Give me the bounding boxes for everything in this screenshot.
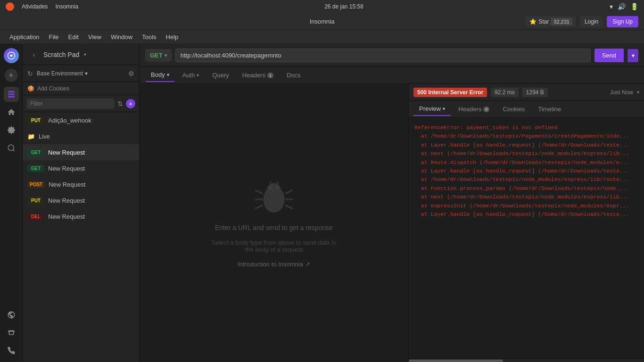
list-item-folder[interactable]: 📁 Live xyxy=(23,128,139,144)
request-name: New Request xyxy=(48,213,134,220)
content-area: Enter a URL and send to get a response S… xyxy=(140,84,644,362)
dock-requests[interactable] xyxy=(4,87,19,102)
response-content: ReferenceError: payment_token is not def… xyxy=(409,118,644,358)
dock-search[interactable] xyxy=(4,140,19,156)
window-title-bar: Insomnia xyxy=(55,3,78,10)
send-dropdown-button[interactable]: ▾ xyxy=(627,49,638,62)
dock-home[interactable] xyxy=(4,105,19,120)
star-button[interactable]: ⭐ Star 32,231 xyxy=(526,16,576,27)
resp-tab-timeline[interactable]: Timeline xyxy=(532,103,567,115)
cookie-icon: 🍪 xyxy=(27,85,34,92)
volume-icon: 🔊 xyxy=(618,3,626,10)
list-item[interactable]: POST New Request xyxy=(23,176,139,192)
workspace-name[interactable]: Scratch Pad xyxy=(43,51,79,58)
method-badge-put: PUT xyxy=(27,197,44,204)
response-dropdown-arrow[interactable]: ▾ xyxy=(637,90,639,95)
method-label: GET xyxy=(150,52,163,59)
menu-window[interactable]: Window xyxy=(107,32,136,42)
url-input[interactable] xyxy=(175,49,591,62)
svg-line-16 xyxy=(269,181,271,184)
menu-edit[interactable]: Edit xyxy=(65,32,83,42)
method-dropdown-arrow: ▾ xyxy=(165,53,167,58)
svg-line-11 xyxy=(285,190,293,194)
battery-icon: 🔋 xyxy=(630,3,638,10)
env-selector[interactable]: Base Environment ▾ xyxy=(37,70,124,77)
scrollbar-thumb[interactable] xyxy=(409,360,503,362)
resp-tab-headers[interactable]: Headers 8 xyxy=(453,103,495,115)
request-name: New Request xyxy=(48,165,134,172)
method-selector[interactable]: GET ▾ xyxy=(145,49,172,62)
headers-count-badge: 1 xyxy=(267,73,273,78)
resp-headers-count: 8 xyxy=(483,107,489,112)
menu-help[interactable]: Help xyxy=(162,32,182,42)
list-item[interactable]: GET New Request xyxy=(23,144,139,160)
resp-headers-label: Headers xyxy=(458,106,481,113)
system-bar-left: Atividades Insomnia xyxy=(6,2,78,11)
menu-file[interactable]: File xyxy=(45,32,63,42)
add-collection-button[interactable]: + xyxy=(5,69,18,82)
menu-application[interactable]: Application xyxy=(6,32,43,42)
list-item[interactable]: PUT Adição_wehook xyxy=(23,112,139,128)
intro-link-label: Introduction to Insomnia xyxy=(238,261,303,268)
menu-tools[interactable]: Tools xyxy=(138,32,160,42)
request-name: New Request xyxy=(48,197,134,204)
send-button[interactable]: Send xyxy=(594,49,624,62)
response-status-bar: 500 Internal Server Error 92.2 ms 1294 B… xyxy=(409,84,644,101)
request-name: New Request xyxy=(48,149,134,156)
response-scrollbar[interactable] xyxy=(409,358,644,362)
app-logo xyxy=(4,48,19,63)
refresh-icon[interactable]: ↻ xyxy=(27,70,33,77)
tab-auth[interactable]: Auth ▾ xyxy=(177,69,205,82)
svg-point-14 xyxy=(269,186,272,189)
dock-settings[interactable] xyxy=(4,343,19,358)
header-buttons: ⭐ Star 32,231 Login Sign Up xyxy=(526,16,638,27)
cookies-bar[interactable]: 🍪 Add Cookies xyxy=(23,82,139,95)
svg-rect-2 xyxy=(8,94,15,95)
resp-timeline-label: Timeline xyxy=(538,106,561,113)
resp-cookies-label: Cookies xyxy=(503,106,525,113)
title-bar: Insomnia ⭐ Star 32,231 Login Sign Up xyxy=(0,13,644,30)
body-hint: Enter a URL and send to get a response xyxy=(215,224,333,231)
response-time: 92.2 ms xyxy=(491,88,519,97)
tab-docs[interactable]: Docs xyxy=(281,69,306,82)
svg-point-7 xyxy=(267,183,281,195)
main-panel: GET ▾ Send ▾ Body ▾ Auth ▾ Query Headers… xyxy=(140,44,644,362)
add-request-button[interactable]: + xyxy=(126,99,135,108)
bug-icon xyxy=(255,179,293,216)
tab-query[interactable]: Query xyxy=(206,69,234,82)
sort-icon[interactable]: ⇅ xyxy=(117,100,123,107)
status-badge: 500 Internal Server Error xyxy=(413,88,487,97)
filter-bar: ⇅ + xyxy=(23,95,139,112)
login-button[interactable]: Login xyxy=(580,16,603,27)
tab-docs-label: Docs xyxy=(287,72,301,79)
tab-query-label: Query xyxy=(212,72,229,79)
resp-tab-preview[interactable]: Preview ▾ xyxy=(413,102,451,116)
menu-view[interactable]: View xyxy=(84,32,105,42)
dock-env[interactable] xyxy=(4,123,19,138)
back-button[interactable]: ‹ xyxy=(28,49,40,60)
menu-bar: Application File Edit View Window Tools … xyxy=(0,30,644,44)
request-name: New Request xyxy=(49,181,134,188)
gear-icon[interactable]: ⚙ xyxy=(128,70,134,77)
env-bar: ↻ Base Environment ▾ ⚙ xyxy=(23,65,139,82)
filter-input[interactable] xyxy=(26,99,115,109)
list-item[interactable]: GET New Request xyxy=(23,160,139,176)
signup-button[interactable]: Sign Up xyxy=(607,16,638,27)
dock-git[interactable] xyxy=(4,307,19,322)
intro-link[interactable]: Introduction to Insomnia ↗ xyxy=(238,261,310,268)
svg-line-8 xyxy=(255,190,263,194)
folder-icon: 📁 xyxy=(27,133,35,140)
response-tab-bar: Preview ▾ Headers 8 Cookies Timeline xyxy=(409,101,644,118)
method-badge-get: GET xyxy=(27,149,44,156)
tab-body-arrow: ▾ xyxy=(167,72,169,77)
tab-auth-arrow: ▾ xyxy=(197,73,199,78)
tab-headers[interactable]: Headers 1 xyxy=(237,69,279,82)
github-icon: ⭐ xyxy=(529,18,537,25)
list-item[interactable]: DEL New Request xyxy=(23,208,139,224)
tab-body[interactable]: Body ▾ xyxy=(145,68,175,82)
resp-tab-cookies[interactable]: Cookies xyxy=(497,103,530,115)
list-item[interactable]: PUT New Request xyxy=(23,192,139,208)
dock-plugins[interactable] xyxy=(4,325,19,340)
ubuntu-logo xyxy=(6,2,14,11)
svg-point-15 xyxy=(276,186,279,189)
